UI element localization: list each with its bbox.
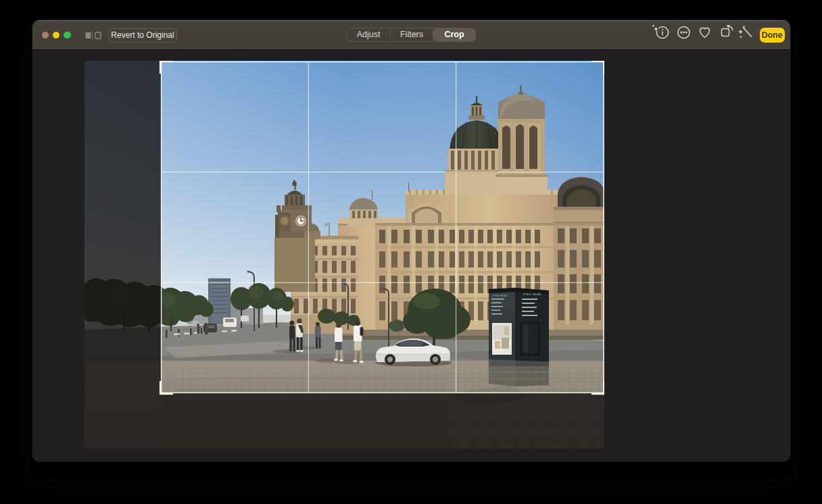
- svg-text:PIER HEAD: PIER HEAD: [523, 293, 542, 296]
- svg-text:PIER HEAD: PIER HEAD: [493, 294, 508, 297]
